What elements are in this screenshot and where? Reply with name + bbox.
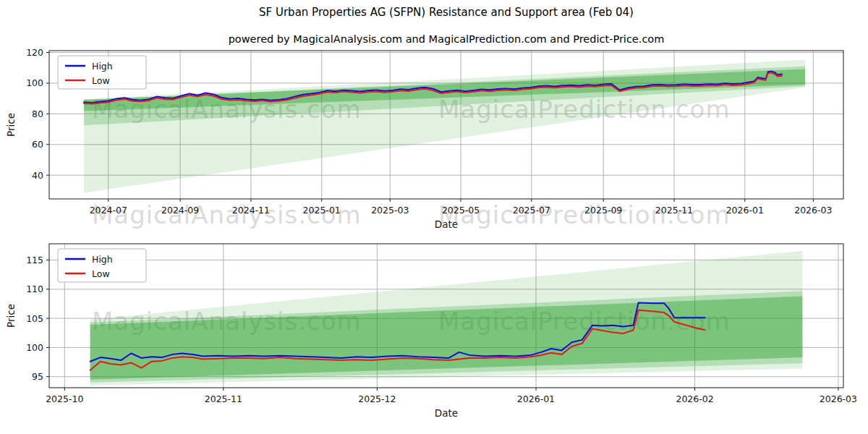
x-tick-label: 2025-03 <box>371 205 409 216</box>
x-tick-label: 2026-01 <box>726 205 764 216</box>
y-tick-label: 110 <box>26 284 43 294</box>
y-tick-label: 115 <box>26 255 43 265</box>
y-tick-label: 120 <box>26 47 43 58</box>
x-axis-label: Date <box>435 407 458 419</box>
x-tick-label: 2026-03 <box>794 205 832 216</box>
x-tick-label: 2024-11 <box>232 205 270 216</box>
y-tick-label: 100 <box>26 342 43 353</box>
x-tick-label: 2025-07 <box>513 205 550 216</box>
legend-label-high: High <box>92 61 113 72</box>
figure-canvas: MagicalAnalysis.com MagicalPrediction.co… <box>0 0 868 434</box>
x-axis-label: Date <box>435 218 458 230</box>
x-tick-label: 2025-01 <box>303 205 341 216</box>
legend-label-low: Low <box>92 268 110 279</box>
y-tick-label: 100 <box>26 77 43 88</box>
x-tick-label: 2025-11 <box>205 393 242 404</box>
y-tick-label: 40 <box>32 170 43 181</box>
x-tick-label: 2025-05 <box>442 205 480 216</box>
y-tick-label: 60 <box>32 139 43 150</box>
y-tick-label: 105 <box>26 313 43 324</box>
x-tick-label: 2024-07 <box>90 205 127 216</box>
y-tick-label: 80 <box>32 109 43 119</box>
y-tick-label: 95 <box>32 371 43 382</box>
x-tick-label: 2025-12 <box>358 393 396 404</box>
y-axis-label: Price <box>5 113 17 137</box>
x-tick-label: 2025-10 <box>46 393 83 404</box>
y-axis-label: Price <box>5 304 17 328</box>
x-tick-label: 2025-09 <box>584 205 622 216</box>
x-tick-label: 2025-11 <box>655 205 693 216</box>
x-tick-label: 2026-03 <box>820 393 857 404</box>
x-tick-label: 2026-01 <box>517 393 555 404</box>
price-history-charts: 4060801001202024-072024-092024-112025-01… <box>0 0 868 434</box>
x-tick-label: 2024-09 <box>161 205 199 216</box>
x-tick-label: 2026-02 <box>676 393 713 404</box>
legend-label-high: High <box>92 254 113 265</box>
legend-label-low: Low <box>92 75 110 86</box>
